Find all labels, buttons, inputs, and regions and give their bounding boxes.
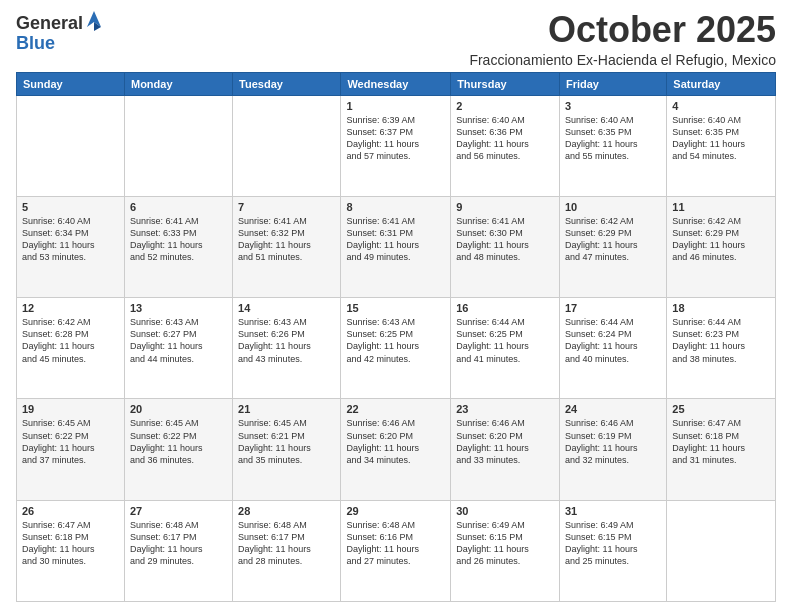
week-row-4: 26Sunrise: 6:47 AM Sunset: 6:18 PM Dayli… — [17, 500, 776, 601]
weekday-header-monday: Monday — [124, 72, 232, 95]
title-block: October 2025 Fraccionamiento Ex-Hacienda… — [469, 10, 776, 68]
day-number: 8 — [346, 201, 445, 213]
day-info: Sunrise: 6:43 AM Sunset: 6:27 PM Dayligh… — [130, 316, 227, 365]
day-info: Sunrise: 6:42 AM Sunset: 6:28 PM Dayligh… — [22, 316, 119, 365]
day-cell: 17Sunrise: 6:44 AM Sunset: 6:24 PM Dayli… — [559, 298, 666, 399]
weekday-header-saturday: Saturday — [667, 72, 776, 95]
day-info: Sunrise: 6:40 AM Sunset: 6:35 PM Dayligh… — [565, 114, 661, 163]
day-info: Sunrise: 6:48 AM Sunset: 6:17 PM Dayligh… — [238, 519, 335, 568]
week-row-2: 12Sunrise: 6:42 AM Sunset: 6:28 PM Dayli… — [17, 298, 776, 399]
day-number: 24 — [565, 403, 661, 415]
day-cell: 7Sunrise: 6:41 AM Sunset: 6:32 PM Daylig… — [233, 196, 341, 297]
day-info: Sunrise: 6:41 AM Sunset: 6:30 PM Dayligh… — [456, 215, 554, 264]
weekday-header-tuesday: Tuesday — [233, 72, 341, 95]
day-cell: 4Sunrise: 6:40 AM Sunset: 6:35 PM Daylig… — [667, 95, 776, 196]
day-number: 14 — [238, 302, 335, 314]
day-info: Sunrise: 6:41 AM Sunset: 6:31 PM Dayligh… — [346, 215, 445, 264]
day-number: 2 — [456, 100, 554, 112]
weekday-header-wednesday: Wednesday — [341, 72, 451, 95]
day-info: Sunrise: 6:44 AM Sunset: 6:24 PM Dayligh… — [565, 316, 661, 365]
day-number: 19 — [22, 403, 119, 415]
day-cell: 31Sunrise: 6:49 AM Sunset: 6:15 PM Dayli… — [559, 500, 666, 601]
day-number: 12 — [22, 302, 119, 314]
day-info: Sunrise: 6:46 AM Sunset: 6:19 PM Dayligh… — [565, 417, 661, 466]
day-info: Sunrise: 6:48 AM Sunset: 6:17 PM Dayligh… — [130, 519, 227, 568]
day-cell — [124, 95, 232, 196]
day-cell: 14Sunrise: 6:43 AM Sunset: 6:26 PM Dayli… — [233, 298, 341, 399]
day-cell: 16Sunrise: 6:44 AM Sunset: 6:25 PM Dayli… — [451, 298, 560, 399]
day-cell: 28Sunrise: 6:48 AM Sunset: 6:17 PM Dayli… — [233, 500, 341, 601]
logo-text: General Blue — [16, 14, 103, 54]
day-number: 23 — [456, 403, 554, 415]
day-info: Sunrise: 6:45 AM Sunset: 6:22 PM Dayligh… — [22, 417, 119, 466]
day-number: 22 — [346, 403, 445, 415]
month-title: October 2025 — [469, 10, 776, 50]
day-info: Sunrise: 6:40 AM Sunset: 6:34 PM Dayligh… — [22, 215, 119, 264]
day-number: 29 — [346, 505, 445, 517]
day-info: Sunrise: 6:48 AM Sunset: 6:16 PM Dayligh… — [346, 519, 445, 568]
day-number: 13 — [130, 302, 227, 314]
day-info: Sunrise: 6:49 AM Sunset: 6:15 PM Dayligh… — [565, 519, 661, 568]
header: General Blue October 2025 Fraccionamient… — [16, 10, 776, 68]
week-row-0: 1Sunrise: 6:39 AM Sunset: 6:37 PM Daylig… — [17, 95, 776, 196]
logo: General Blue — [16, 14, 103, 54]
weekday-header-sunday: Sunday — [17, 72, 125, 95]
day-info: Sunrise: 6:49 AM Sunset: 6:15 PM Dayligh… — [456, 519, 554, 568]
day-number: 11 — [672, 201, 770, 213]
day-cell — [17, 95, 125, 196]
day-cell: 12Sunrise: 6:42 AM Sunset: 6:28 PM Dayli… — [17, 298, 125, 399]
day-cell: 10Sunrise: 6:42 AM Sunset: 6:29 PM Dayli… — [559, 196, 666, 297]
day-cell: 30Sunrise: 6:49 AM Sunset: 6:15 PM Dayli… — [451, 500, 560, 601]
day-number: 1 — [346, 100, 445, 112]
day-number: 10 — [565, 201, 661, 213]
day-info: Sunrise: 6:42 AM Sunset: 6:29 PM Dayligh… — [672, 215, 770, 264]
day-cell: 24Sunrise: 6:46 AM Sunset: 6:19 PM Dayli… — [559, 399, 666, 500]
day-info: Sunrise: 6:47 AM Sunset: 6:18 PM Dayligh… — [22, 519, 119, 568]
day-cell: 18Sunrise: 6:44 AM Sunset: 6:23 PM Dayli… — [667, 298, 776, 399]
day-info: Sunrise: 6:40 AM Sunset: 6:36 PM Dayligh… — [456, 114, 554, 163]
day-info: Sunrise: 6:43 AM Sunset: 6:25 PM Dayligh… — [346, 316, 445, 365]
day-cell: 19Sunrise: 6:45 AM Sunset: 6:22 PM Dayli… — [17, 399, 125, 500]
logo-icon — [85, 9, 103, 31]
day-number: 6 — [130, 201, 227, 213]
day-info: Sunrise: 6:42 AM Sunset: 6:29 PM Dayligh… — [565, 215, 661, 264]
day-number: 26 — [22, 505, 119, 517]
day-cell: 27Sunrise: 6:48 AM Sunset: 6:17 PM Dayli… — [124, 500, 232, 601]
day-cell: 13Sunrise: 6:43 AM Sunset: 6:27 PM Dayli… — [124, 298, 232, 399]
day-number: 16 — [456, 302, 554, 314]
day-info: Sunrise: 6:43 AM Sunset: 6:26 PM Dayligh… — [238, 316, 335, 365]
day-cell — [233, 95, 341, 196]
day-cell: 8Sunrise: 6:41 AM Sunset: 6:31 PM Daylig… — [341, 196, 451, 297]
logo-blue: Blue — [16, 34, 103, 54]
day-number: 5 — [22, 201, 119, 213]
subtitle: Fraccionamiento Ex-Hacienda el Refugio, … — [469, 52, 776, 68]
day-cell — [667, 500, 776, 601]
day-number: 7 — [238, 201, 335, 213]
day-cell: 3Sunrise: 6:40 AM Sunset: 6:35 PM Daylig… — [559, 95, 666, 196]
day-cell: 5Sunrise: 6:40 AM Sunset: 6:34 PM Daylig… — [17, 196, 125, 297]
day-info: Sunrise: 6:46 AM Sunset: 6:20 PM Dayligh… — [456, 417, 554, 466]
day-number: 3 — [565, 100, 661, 112]
day-info: Sunrise: 6:40 AM Sunset: 6:35 PM Dayligh… — [672, 114, 770, 163]
day-info: Sunrise: 6:46 AM Sunset: 6:20 PM Dayligh… — [346, 417, 445, 466]
day-cell: 6Sunrise: 6:41 AM Sunset: 6:33 PM Daylig… — [124, 196, 232, 297]
page: General Blue October 2025 Fraccionamient… — [0, 0, 792, 612]
day-number: 27 — [130, 505, 227, 517]
day-info: Sunrise: 6:39 AM Sunset: 6:37 PM Dayligh… — [346, 114, 445, 163]
day-info: Sunrise: 6:41 AM Sunset: 6:32 PM Dayligh… — [238, 215, 335, 264]
day-number: 21 — [238, 403, 335, 415]
day-cell: 20Sunrise: 6:45 AM Sunset: 6:22 PM Dayli… — [124, 399, 232, 500]
day-info: Sunrise: 6:45 AM Sunset: 6:21 PM Dayligh… — [238, 417, 335, 466]
weekday-header-friday: Friday — [559, 72, 666, 95]
day-cell: 21Sunrise: 6:45 AM Sunset: 6:21 PM Dayli… — [233, 399, 341, 500]
day-info: Sunrise: 6:44 AM Sunset: 6:25 PM Dayligh… — [456, 316, 554, 365]
week-row-3: 19Sunrise: 6:45 AM Sunset: 6:22 PM Dayli… — [17, 399, 776, 500]
day-number: 25 — [672, 403, 770, 415]
day-number: 31 — [565, 505, 661, 517]
day-cell: 29Sunrise: 6:48 AM Sunset: 6:16 PM Dayli… — [341, 500, 451, 601]
day-number: 20 — [130, 403, 227, 415]
calendar-table: SundayMondayTuesdayWednesdayThursdayFrid… — [16, 72, 776, 602]
day-cell: 11Sunrise: 6:42 AM Sunset: 6:29 PM Dayli… — [667, 196, 776, 297]
weekday-header-row: SundayMondayTuesdayWednesdayThursdayFrid… — [17, 72, 776, 95]
day-number: 4 — [672, 100, 770, 112]
